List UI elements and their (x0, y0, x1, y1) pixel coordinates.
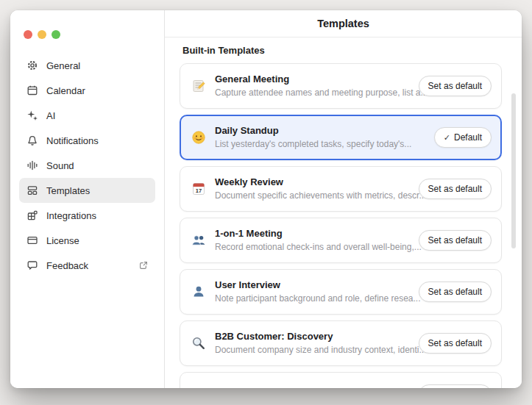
button-label: Set as default (428, 338, 482, 348)
sidebar-nav: General Calendar AI Notifications Sound … (19, 53, 155, 278)
templates-content: Built-in Templates General Meeting Captu… (165, 37, 522, 388)
template-title: B2B Customer: Discovery (215, 331, 419, 343)
two-people-emoji (191, 232, 207, 248)
bell-icon (26, 135, 38, 147)
template-title: 1-on-1 Meeting (215, 228, 419, 240)
sidebar-item-templates[interactable]: Templates (19, 178, 155, 203)
external-link-icon (138, 260, 149, 270)
template-description: Record emotional check-ins and overall w… (215, 242, 419, 253)
license-card-icon (26, 234, 38, 247)
sidebar-item-label: Feedback (46, 260, 88, 271)
default-badge-button[interactable]: ✓Default (434, 127, 492, 148)
sidebar-item-notifications[interactable]: Notifications (19, 128, 155, 153)
button-label: Default (454, 132, 482, 143)
zoom-button[interactable] (52, 30, 60, 39)
sparkles-icon (26, 110, 38, 122)
sidebar-item-feedback[interactable]: Feedback (19, 253, 155, 278)
template-description: Document company size and industry conte… (215, 345, 419, 356)
main-panel: Templates Built-in Templates General Mee… (165, 10, 522, 388)
close-button[interactable] (24, 30, 32, 39)
sidebar-item-label: Templates (46, 185, 90, 196)
set-as-default-button[interactable]: Set as default (419, 384, 492, 388)
set-as-default-button[interactable]: Set as default (419, 179, 492, 199)
template-card-user-interview[interactable]: User Interview Note participant backgrou… (180, 269, 502, 315)
sidebar-item-general[interactable]: General (19, 53, 155, 78)
button-label: Set as default (428, 287, 482, 297)
magnifier-emoji (191, 335, 207, 351)
set-as-default-button[interactable]: Set as default (419, 76, 492, 96)
minimize-button[interactable] (38, 30, 46, 39)
calendar-17-emoji: 17 (191, 181, 207, 197)
template-title: General Meeting (215, 74, 419, 85)
sidebar-item-calendar[interactable]: Calendar (19, 78, 155, 103)
sidebar-item-label: AI (46, 110, 55, 121)
integrations-blocks-icon (26, 209, 38, 222)
memo-emoji (191, 78, 207, 94)
sidebar-item-sound[interactable]: Sound (19, 153, 155, 178)
template-description: List yesterday's completed tasks, specif… (215, 139, 411, 150)
template-description: Note participant background and role, de… (215, 293, 419, 304)
section-title: Built-in Templates (182, 45, 502, 57)
sidebar-item-label: Sound (46, 160, 74, 171)
template-description: Document specific achievements with metr… (215, 190, 419, 201)
button-label: Set as default (428, 81, 482, 91)
sidebar: General Calendar AI Notifications Sound … (10, 10, 164, 388)
scrollbar-thumb[interactable] (511, 93, 516, 248)
sidebar-item-ai[interactable]: AI (19, 103, 155, 128)
sidebar-item-label: General (46, 60, 80, 71)
gear-icon (26, 60, 38, 72)
templates-grid-icon (26, 184, 38, 197)
sidebar-item-license[interactable]: License (19, 228, 155, 253)
check-icon: ✓ (444, 133, 450, 143)
template-title: User Interview (215, 279, 419, 291)
template-list: General Meeting Capture attendee names a… (180, 63, 502, 388)
template-card-b2b-customer-pilot[interactable]: B2B Customer: Pilot Set as default (180, 372, 502, 388)
sidebar-item-label: Integrations (46, 210, 96, 221)
speech-bubble-icon (26, 259, 38, 272)
template-card-weekly-review[interactable]: 17 Weekly Review Document specific achie… (180, 166, 502, 212)
template-card-b2b-customer-discovery[interactable]: B2B Customer: Discovery Document company… (180, 320, 502, 366)
sound-wave-icon (26, 160, 38, 172)
template-title: B2B Customer: Pilot (215, 388, 308, 389)
traffic-lights (24, 30, 60, 39)
sidebar-item-integrations[interactable]: Integrations (19, 203, 155, 228)
template-card-daily-standup[interactable]: Daily Standup List yesterday's completed… (180, 115, 502, 160)
template-card-general-meeting[interactable]: General Meeting Capture attendee names a… (180, 63, 502, 109)
template-title: Daily Standup (215, 125, 411, 137)
template-title: Weekly Review (215, 176, 419, 188)
titlebar: Templates (165, 10, 522, 37)
calendar-icon (26, 85, 38, 97)
page-title: Templates (317, 18, 369, 29)
set-as-default-button[interactable]: Set as default (419, 333, 492, 354)
template-card-1-on-1-meeting[interactable]: 1-on-1 Meeting Record emotional check-in… (180, 218, 502, 263)
person-emoji (191, 284, 207, 300)
sidebar-item-label: Notifications (46, 135, 99, 146)
sidebar-item-label: License (46, 235, 79, 246)
set-as-default-button[interactable]: Set as default (419, 282, 492, 302)
svg-text:17: 17 (196, 187, 202, 194)
settings-window: General Calendar AI Notifications Sound … (10, 10, 522, 388)
template-description: Capture attendee names and meeting purpo… (215, 87, 419, 98)
airplane-emoji (191, 387, 207, 388)
set-as-default-button[interactable]: Set as default (419, 230, 492, 251)
button-label: Set as default (428, 235, 482, 245)
smiley-emoji (191, 129, 207, 146)
button-label: Set as default (428, 184, 482, 194)
sidebar-item-label: Calendar (46, 85, 85, 96)
